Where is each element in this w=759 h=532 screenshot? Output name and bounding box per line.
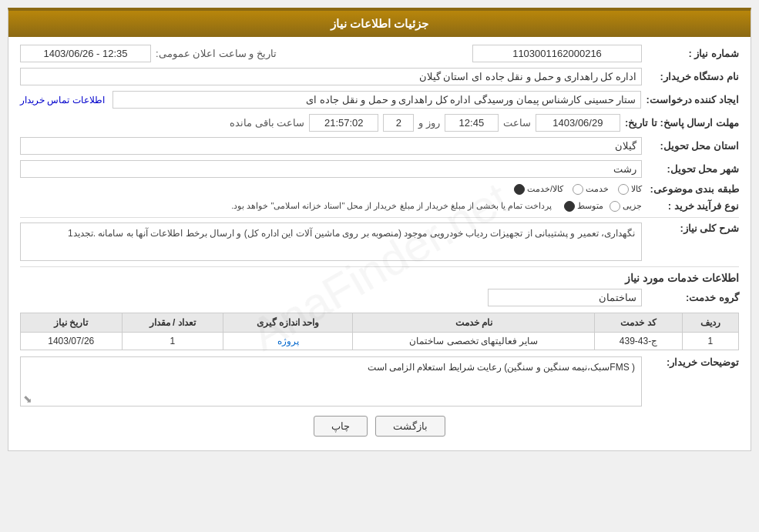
category-option-kala-khedmat[interactable]: کالا/خدمت xyxy=(514,184,563,195)
col-name: نام خدمت xyxy=(353,313,595,333)
category-label: طبقه بندی موضوعی: xyxy=(646,183,739,195)
cell-code: ج-43-439 xyxy=(595,333,682,350)
reply-days-value: 2 xyxy=(383,114,414,132)
reply-date-value: 1403/06/29 xyxy=(536,114,620,132)
creator-label: ایجاد کننده درخواست: xyxy=(646,94,739,105)
back-button[interactable]: بازگشت xyxy=(375,416,445,437)
announcement-date-value: 1403/06/26 - 12:35 xyxy=(20,45,151,62)
province-value: گیلان xyxy=(20,137,642,155)
reply-days-label: روز و xyxy=(418,117,440,129)
need-number-value: 1103001162000216 xyxy=(472,45,642,62)
creator-contact-link[interactable]: اطلاعات تماس خریدار xyxy=(20,95,105,105)
print-button[interactable]: چاپ xyxy=(314,416,368,437)
col-code: کد خدمت xyxy=(595,313,682,333)
cell-date: 1403/07/26 xyxy=(21,333,123,350)
province-label: استان محل تحویل: xyxy=(646,140,739,152)
buyer-org-value: اداره کل راهداری و حمل و نقل جاده ای است… xyxy=(20,68,642,85)
buyer-notes-value: ( FMSسبک،نیمه سنگین و سنگین) رعایت شرایط… xyxy=(20,356,642,407)
cell-qty: 1 xyxy=(122,333,223,350)
table-row: 1 ج-43-439 سایر فعالیتهای تخصصی ساختمان … xyxy=(21,333,739,350)
city-label: شهر محل تحویل: xyxy=(646,163,739,175)
description-value: نگهداری، تعمیر و پشتیبانی از تجهیزات ردی… xyxy=(20,223,642,261)
process-option-motovaset[interactable]: متوسط xyxy=(564,201,603,212)
divider-2 xyxy=(20,266,739,267)
process-type-label: نوع فرآیند خرید : xyxy=(646,200,739,212)
announcement-date-label: تاریخ و ساعت اعلان عمومی: xyxy=(156,48,277,59)
process-row: جزیی متوسط پرداخت تمام یا بخشی از مبلغ خ… xyxy=(20,201,642,212)
col-unit: واحد اندازه گیری xyxy=(223,313,352,333)
services-table: ردیف کد خدمت نام خدمت واحد اندازه گیری ت… xyxy=(20,313,739,350)
category-option-kala[interactable]: کالا xyxy=(618,184,642,195)
button-row: بازگشت چاپ xyxy=(20,416,739,437)
service-group-value: ساختمان xyxy=(488,289,642,306)
col-date: تاریخ نیاز xyxy=(21,313,123,333)
category-option-khedmat[interactable]: خدمت xyxy=(573,184,609,195)
cell-row: 1 xyxy=(682,333,738,350)
buyer-notes-label: توضیحات خریدار: xyxy=(646,356,739,368)
process-option-jozi[interactable]: جزیی xyxy=(610,201,642,212)
cell-unit: پروژه xyxy=(223,333,352,350)
process-note: پرداخت تمام یا بخشی از مبلغ خریدار از مب… xyxy=(231,201,552,211)
services-title: اطلاعات خدمات مورد نیاز xyxy=(20,272,739,284)
remaining-label: ساعت باقی مانده xyxy=(230,117,304,129)
city-value: رشت xyxy=(20,160,642,178)
divider-1 xyxy=(20,217,739,218)
page-title: جزئیات اطلاعات نیاز xyxy=(8,11,751,37)
category-radio-group: کالا خدمت کالا/خدمت xyxy=(514,184,642,195)
reply-deadline-label: مهلت ارسال پاسخ: تا تاریخ: xyxy=(625,117,739,129)
need-number-label: شماره نیاز : xyxy=(646,48,739,59)
description-label: شرح کلی نیاز: xyxy=(646,223,739,234)
buyer-org-label: نام دستگاه خریدار: xyxy=(646,71,739,82)
remaining-value: 21:57:02 xyxy=(309,114,378,132)
cell-name: سایر فعالیتهای تخصصی ساختمان xyxy=(353,333,595,350)
reply-time-label: ساعت xyxy=(503,117,531,129)
services-table-section: ردیف کد خدمت نام خدمت واحد اندازه گیری ت… xyxy=(20,313,739,350)
col-row: ردیف xyxy=(682,313,738,333)
service-group-label: گروه خدمت: xyxy=(646,292,739,303)
resize-handle-icon: ⬊ xyxy=(23,393,32,405)
col-qty: تعداد / مقدار xyxy=(122,313,223,333)
reply-time-value: 12:45 xyxy=(445,114,499,132)
creator-value: ستار حسینی کارشناس پیمان ورسیدگی اداره ک… xyxy=(113,91,642,109)
